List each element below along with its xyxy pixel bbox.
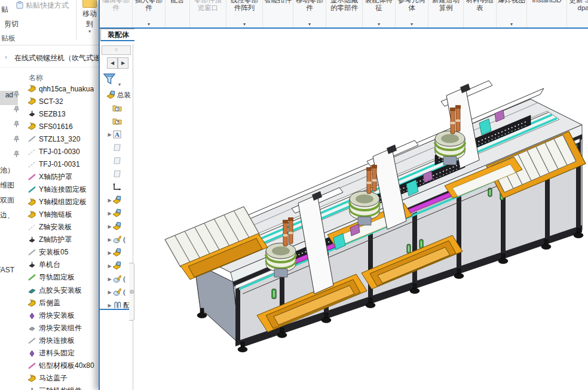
ribbon-button[interactable]: 材料明细表: [464, 0, 497, 27]
expand-arrow-icon[interactable]: ▶: [107, 198, 112, 203]
sidebar-item[interactable]: [0, 118, 23, 133]
tree-row[interactable]: ▶A: [100, 128, 133, 141]
tree-row[interactable]: ▶: [100, 194, 133, 207]
display-pane-splitter[interactable]: ○: [102, 45, 131, 55]
breadcrumb[interactable]: › 在线式锁螺丝机（吹气式送: [0, 51, 99, 65]
pin-icon: [13, 106, 20, 115]
file-row[interactable]: Y轴模组固定板: [24, 196, 99, 208]
file-row[interactable]: 滑块连接板: [24, 334, 99, 347]
tree-row[interactable]: ▶: [100, 246, 133, 259]
expand-arrow-icon[interactable]: ▶: [107, 290, 112, 295]
file-row[interactable]: SFS01616: [24, 120, 99, 133]
expand-arrow-icon[interactable]: ▶: [107, 263, 112, 269]
tree-row[interactable]: ▶(: [100, 233, 133, 246]
file-row[interactable]: 三轴机构组件: [24, 385, 99, 390]
sidebar-item[interactable]: 维图: [0, 178, 23, 193]
file-row[interactable]: 铝型材模板40x80: [24, 360, 99, 372]
tree-row[interactable]: [100, 102, 133, 115]
file-row[interactable]: 马达盖子: [24, 372, 99, 385]
ribbon-button[interactable]: 更新 Speedpak: [567, 0, 588, 27]
ribbon-button[interactable]: 智能扣件: [263, 0, 293, 27]
file-row[interactable]: Y轴连接固定板: [24, 183, 99, 196]
asm-icon: [112, 208, 122, 218]
move-to-button[interactable]: 移动到 ▾: [79, 0, 100, 34]
file-row[interactable]: 滑块安装组件: [24, 322, 99, 334]
expand-arrow-icon[interactable]: ▶: [107, 303, 112, 308]
file-row[interactable]: Z轴防护罩: [24, 234, 99, 246]
sidebar-item[interactable]: [0, 148, 23, 163]
expand-arrow-icon[interactable]: ▶: [107, 277, 112, 282]
chevron-down-icon[interactable]: ▾: [497, 22, 526, 27]
ribbon-button[interactable]: 装配体特征▾: [363, 0, 396, 27]
expand-arrow-icon[interactable]: ▶: [107, 132, 112, 137]
file-row[interactable]: 后侧盖: [24, 297, 99, 309]
tree-row[interactable]: [100, 154, 133, 167]
file-row[interactable]: qhh15ca_huakua: [24, 82, 99, 95]
file-row[interactable]: 安装板05: [24, 246, 99, 259]
rollback-bar[interactable]: [100, 309, 132, 310]
tree-row[interactable]: 总装: [100, 88, 133, 102]
ribbon-button[interactable]: 新建运动算例: [428, 0, 464, 27]
cut-button[interactable]: 剪切: [4, 19, 19, 29]
sidebar-item[interactable]: 封边、: [0, 208, 23, 223]
file-row[interactable]: 导轨固定板: [24, 271, 99, 284]
ribbon-button[interactable]: 爆炸视图▾: [497, 0, 527, 27]
scroll-right-arrow-icon[interactable]: ▶: [118, 57, 128, 69]
file-name: SCT-32: [39, 97, 63, 106]
file-row[interactable]: 单机台: [24, 259, 99, 271]
tab-装配体[interactable]: 装配体: [100, 29, 136, 41]
ribbon-button[interactable]: 线性零部件阵列▾: [226, 0, 263, 27]
graphics-viewport[interactable]: [134, 29, 588, 390]
chevron-down-icon[interactable]: ▾: [396, 22, 428, 27]
tree-row[interactable]: [100, 115, 133, 128]
panel-splitter-handle[interactable]: [129, 263, 134, 321]
ribbon-button[interactable]: 显示隐藏的零部件: [326, 0, 363, 27]
tree-row[interactable]: ▶: [100, 259, 133, 272]
expand-arrow-icon[interactable]: ▶: [107, 237, 112, 242]
file-row[interactable]: SEZB13: [24, 108, 99, 120]
file-row[interactable]: X轴防护罩: [24, 171, 99, 183]
file-row[interactable]: 滑块安装板: [24, 309, 99, 322]
file-row[interactable]: Y轴拖链板: [24, 208, 99, 221]
expand-arrow-icon[interactable]: ▶: [107, 211, 112, 216]
sidebar-item[interactable]: [0, 103, 23, 118]
tree-row[interactable]: ▶: [100, 220, 133, 233]
sidebar-item[interactable]: 双面: [0, 193, 23, 208]
file-row[interactable]: TFJ-01-0031: [24, 158, 99, 171]
paste-button-partial[interactable]: 贴: [1, 5, 8, 15]
chevron-down-icon[interactable]: ▾: [363, 22, 395, 27]
asm-icon: [112, 195, 122, 205]
sidebar-item[interactable]: 电池）: [0, 163, 23, 178]
file-row[interactable]: 点胶头安装板: [24, 284, 99, 297]
file-row[interactable]: STZL13_320: [24, 133, 99, 145]
sidebar-item[interactable]: ad: [0, 88, 23, 103]
file-row[interactable]: Z轴安装板: [24, 221, 99, 234]
file-row[interactable]: SCT-32: [24, 95, 99, 108]
sidebar-item[interactable]: [0, 133, 23, 148]
tree-filter-button[interactable]: ▾: [102, 72, 121, 87]
sidebar-item[interactable]: FAST: [0, 263, 23, 278]
tree-row[interactable]: ▶(: [100, 272, 133, 285]
scroll-left-arrow-icon[interactable]: ◀: [107, 57, 118, 69]
file-row[interactable]: 进料头固定: [24, 347, 99, 360]
plane-icon: [112, 156, 122, 165]
ribbon-button[interactable]: 参考几何体▾: [396, 0, 428, 27]
file-row[interactable]: TFJ-01-0030: [24, 145, 99, 158]
ribbon-button[interactable]: Instant3D: [527, 0, 567, 27]
ribbon-button[interactable]: 移动零部件▾: [293, 0, 326, 27]
expand-arrow-icon[interactable]: ▶: [107, 250, 112, 256]
tree-row[interactable]: [100, 167, 133, 180]
chevron-down-icon[interactable]: ▾: [293, 22, 326, 27]
chevron-down-icon[interactable]: ▾: [133, 22, 165, 27]
paste-shortcut-button[interactable]: 粘贴快捷方式: [16, 1, 69, 11]
ribbon-button[interactable]: 配合: [166, 0, 190, 27]
tree-row[interactable]: ▶(: [100, 285, 133, 299]
tree-row[interactable]: ▶: [100, 207, 133, 220]
chevron-down-icon[interactable]: ▾: [226, 22, 262, 27]
column-header-name[interactable]: 名称: [29, 73, 43, 83]
ribbon-button[interactable]: 插入零部件▾: [133, 0, 166, 27]
expand-arrow-icon[interactable]: ▶: [107, 224, 112, 229]
tree-row[interactable]: [100, 180, 133, 194]
tree-row[interactable]: [100, 141, 133, 154]
file-type-icon: [27, 122, 36, 131]
